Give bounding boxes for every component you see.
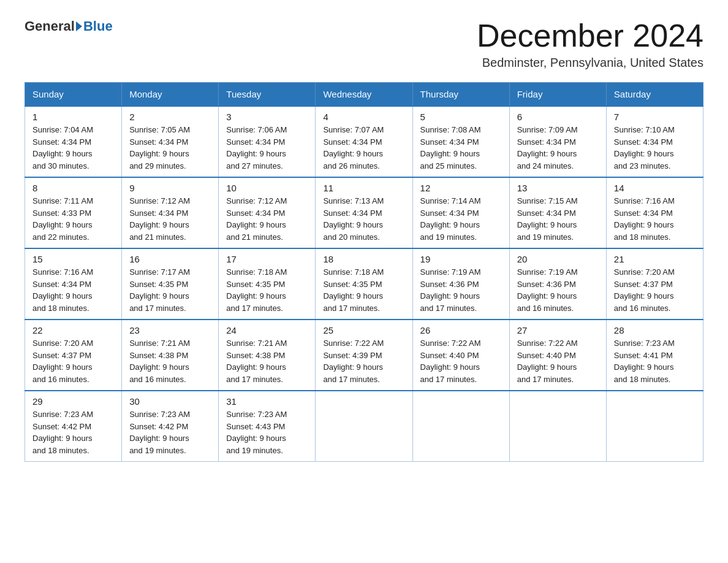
day-info: Sunrise: 7:21 AM Sunset: 4:38 PM Dayligh… <box>226 337 308 385</box>
day-number: 30 <box>129 396 211 407</box>
calendar-cell: 29 Sunrise: 7:23 AM Sunset: 4:42 PM Dayl… <box>25 391 122 462</box>
day-number: 17 <box>226 254 308 264</box>
day-info: Sunrise: 7:10 AM Sunset: 4:34 PM Dayligh… <box>614 124 696 172</box>
weekday-header-sunday: Sunday <box>25 83 122 107</box>
calendar-table: SundayMondayTuesdayWednesdayThursdayFrid… <box>25 82 703 462</box>
calendar-cell <box>316 391 412 462</box>
title-area: December 2024 Bedminster, Pennsylvania, … <box>477 18 703 70</box>
calendar-cell: 28 Sunrise: 7:23 AM Sunset: 4:41 PM Dayl… <box>606 320 703 391</box>
logo: General Blue <box>25 18 113 34</box>
calendar-cell: 31 Sunrise: 7:23 AM Sunset: 4:43 PM Dayl… <box>219 391 316 462</box>
day-number: 5 <box>420 112 502 122</box>
day-info: Sunrise: 7:23 AM Sunset: 4:41 PM Dayligh… <box>614 337 696 385</box>
day-info: Sunrise: 7:04 AM Sunset: 4:34 PM Dayligh… <box>32 124 114 172</box>
calendar-cell: 11 Sunrise: 7:13 AM Sunset: 4:34 PM Dayl… <box>316 177 412 248</box>
calendar-week-row: 8 Sunrise: 7:11 AM Sunset: 4:33 PM Dayli… <box>25 177 703 248</box>
calendar-cell: 30 Sunrise: 7:23 AM Sunset: 4:42 PM Dayl… <box>122 391 219 462</box>
weekday-header-monday: Monday <box>122 83 219 107</box>
day-number: 25 <box>323 325 404 335</box>
day-info: Sunrise: 7:05 AM Sunset: 4:34 PM Dayligh… <box>129 124 211 172</box>
weekday-header-friday: Friday <box>509 83 606 107</box>
day-number: 3 <box>226 112 308 122</box>
weekday-header-wednesday: Wednesday <box>316 83 412 107</box>
day-number: 9 <box>129 183 211 193</box>
day-number: 8 <box>32 183 114 193</box>
day-info: Sunrise: 7:23 AM Sunset: 4:43 PM Dayligh… <box>226 408 308 456</box>
day-number: 18 <box>323 254 404 264</box>
calendar-cell: 10 Sunrise: 7:12 AM Sunset: 4:34 PM Dayl… <box>219 177 316 248</box>
logo-general-text: General <box>25 18 75 34</box>
calendar-cell: 20 Sunrise: 7:19 AM Sunset: 4:36 PM Dayl… <box>509 248 606 320</box>
day-info: Sunrise: 7:12 AM Sunset: 4:34 PM Dayligh… <box>129 195 211 243</box>
day-number: 23 <box>129 325 211 335</box>
day-number: 14 <box>614 183 696 193</box>
day-info: Sunrise: 7:15 AM Sunset: 4:34 PM Dayligh… <box>517 195 599 243</box>
logo-arrow-icon <box>76 21 82 31</box>
calendar-cell: 4 Sunrise: 7:07 AM Sunset: 4:34 PM Dayli… <box>316 106 412 177</box>
day-number: 21 <box>614 254 696 264</box>
calendar-cell: 3 Sunrise: 7:06 AM Sunset: 4:34 PM Dayli… <box>219 106 316 177</box>
day-number: 2 <box>129 112 211 122</box>
calendar-cell: 16 Sunrise: 7:17 AM Sunset: 4:35 PM Dayl… <box>122 248 219 320</box>
day-info: Sunrise: 7:22 AM Sunset: 4:39 PM Dayligh… <box>323 337 404 385</box>
day-info: Sunrise: 7:11 AM Sunset: 4:33 PM Dayligh… <box>32 195 114 243</box>
day-number: 10 <box>226 183 308 193</box>
day-info: Sunrise: 7:18 AM Sunset: 4:35 PM Dayligh… <box>226 266 308 314</box>
calendar-cell: 2 Sunrise: 7:05 AM Sunset: 4:34 PM Dayli… <box>122 106 219 177</box>
day-info: Sunrise: 7:16 AM Sunset: 4:34 PM Dayligh… <box>32 266 114 314</box>
day-info: Sunrise: 7:21 AM Sunset: 4:38 PM Dayligh… <box>129 337 211 385</box>
day-info: Sunrise: 7:18 AM Sunset: 4:35 PM Dayligh… <box>323 266 404 314</box>
location-title: Bedminster, Pennsylvania, United States <box>477 56 703 70</box>
day-number: 19 <box>420 254 502 264</box>
calendar-cell <box>509 391 606 462</box>
calendar-cell: 26 Sunrise: 7:22 AM Sunset: 4:40 PM Dayl… <box>412 320 509 391</box>
calendar-cell: 22 Sunrise: 7:20 AM Sunset: 4:37 PM Dayl… <box>25 320 122 391</box>
weekday-header-thursday: Thursday <box>412 83 509 107</box>
day-info: Sunrise: 7:14 AM Sunset: 4:34 PM Dayligh… <box>420 195 502 243</box>
calendar-cell <box>606 391 703 462</box>
calendar-cell: 6 Sunrise: 7:09 AM Sunset: 4:34 PM Dayli… <box>509 106 606 177</box>
day-number: 13 <box>517 183 599 193</box>
calendar-cell: 8 Sunrise: 7:11 AM Sunset: 4:33 PM Dayli… <box>25 177 122 248</box>
day-info: Sunrise: 7:20 AM Sunset: 4:37 PM Dayligh… <box>32 337 114 385</box>
weekday-header-saturday: Saturday <box>606 83 703 107</box>
calendar-week-row: 22 Sunrise: 7:20 AM Sunset: 4:37 PM Dayl… <box>25 320 703 391</box>
day-number: 22 <box>32 325 114 335</box>
day-number: 11 <box>323 183 404 193</box>
day-number: 7 <box>614 112 696 122</box>
day-number: 6 <box>517 112 599 122</box>
day-number: 28 <box>614 325 696 335</box>
day-number: 4 <box>323 112 404 122</box>
calendar-cell: 12 Sunrise: 7:14 AM Sunset: 4:34 PM Dayl… <box>412 177 509 248</box>
day-number: 27 <box>517 325 599 335</box>
weekday-header-row: SundayMondayTuesdayWednesdayThursdayFrid… <box>25 83 703 107</box>
day-number: 12 <box>420 183 502 193</box>
day-info: Sunrise: 7:23 AM Sunset: 4:42 PM Dayligh… <box>32 408 114 456</box>
page-header: General Blue December 2024 Bedminster, P… <box>25 18 703 70</box>
day-number: 31 <box>226 396 308 407</box>
day-info: Sunrise: 7:08 AM Sunset: 4:34 PM Dayligh… <box>420 124 502 172</box>
weekday-header-tuesday: Tuesday <box>219 83 316 107</box>
day-number: 29 <box>32 396 114 407</box>
day-info: Sunrise: 7:19 AM Sunset: 4:36 PM Dayligh… <box>517 266 599 314</box>
calendar-cell: 21 Sunrise: 7:20 AM Sunset: 4:37 PM Dayl… <box>606 248 703 320</box>
calendar-cell: 19 Sunrise: 7:19 AM Sunset: 4:36 PM Dayl… <box>412 248 509 320</box>
calendar-cell: 9 Sunrise: 7:12 AM Sunset: 4:34 PM Dayli… <box>122 177 219 248</box>
calendar-cell: 23 Sunrise: 7:21 AM Sunset: 4:38 PM Dayl… <box>122 320 219 391</box>
day-info: Sunrise: 7:20 AM Sunset: 4:37 PM Dayligh… <box>614 266 696 314</box>
calendar-cell: 17 Sunrise: 7:18 AM Sunset: 4:35 PM Dayl… <box>219 248 316 320</box>
calendar-cell: 7 Sunrise: 7:10 AM Sunset: 4:34 PM Dayli… <box>606 106 703 177</box>
day-info: Sunrise: 7:07 AM Sunset: 4:34 PM Dayligh… <box>323 124 404 172</box>
calendar-cell: 15 Sunrise: 7:16 AM Sunset: 4:34 PM Dayl… <box>25 248 122 320</box>
day-number: 24 <box>226 325 308 335</box>
day-info: Sunrise: 7:23 AM Sunset: 4:42 PM Dayligh… <box>129 408 211 456</box>
calendar-cell: 5 Sunrise: 7:08 AM Sunset: 4:34 PM Dayli… <box>412 106 509 177</box>
calendar-week-row: 15 Sunrise: 7:16 AM Sunset: 4:34 PM Dayl… <box>25 248 703 320</box>
day-info: Sunrise: 7:12 AM Sunset: 4:34 PM Dayligh… <box>226 195 308 243</box>
calendar-cell <box>412 391 509 462</box>
day-info: Sunrise: 7:22 AM Sunset: 4:40 PM Dayligh… <box>420 337 502 385</box>
calendar-cell: 27 Sunrise: 7:22 AM Sunset: 4:40 PM Dayl… <box>509 320 606 391</box>
month-title: December 2024 <box>477 18 703 53</box>
calendar-cell: 25 Sunrise: 7:22 AM Sunset: 4:39 PM Dayl… <box>316 320 412 391</box>
day-number: 1 <box>32 112 114 122</box>
